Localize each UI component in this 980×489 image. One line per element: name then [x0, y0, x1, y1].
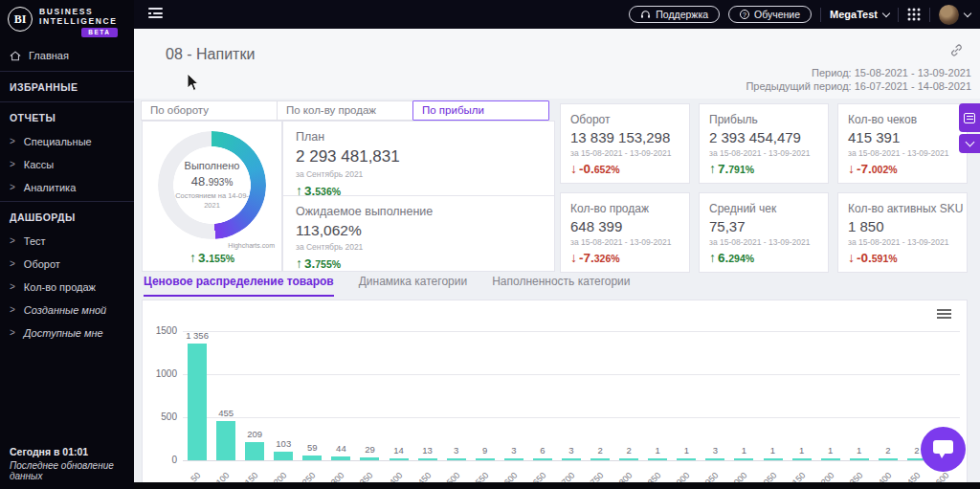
bar-400 - 450[interactable]	[418, 458, 437, 460]
account-menu[interactable]: MegaTest	[830, 9, 889, 20]
main-content: 08 - Напитки Период: 15-08-2021 - 13-09-…	[134, 29, 980, 489]
bar-650 - 700[interactable]	[562, 458, 581, 460]
plan-period: за Сентябрь 2021	[296, 169, 542, 179]
y-tick-0: 0	[145, 455, 177, 465]
gauge-percent: 48.993%	[191, 172, 234, 189]
chart-tab-1[interactable]: Динамика категории	[359, 275, 467, 297]
delta-int: -7.	[857, 162, 872, 176]
metric-tab-0[interactable]: По обороту	[141, 100, 278, 121]
delta-frac: 536%	[315, 186, 341, 197]
bar-1100 - 1150[interactable]	[792, 458, 812, 460]
arrow-down-icon: ↓	[570, 161, 577, 176]
sidebar-item-dashboard-0[interactable]: >Тест	[0, 230, 134, 253]
dashboard-filters-button[interactable]	[959, 103, 980, 132]
sidebar-item-dashboard-4[interactable]: >Доступные мне	[0, 322, 134, 345]
kpi-value: 75,37	[709, 218, 818, 234]
bar-450 - 500[interactable]	[447, 458, 466, 460]
mouse-cursor	[187, 73, 200, 92]
chart-context-menu-icon[interactable]	[937, 309, 951, 321]
apps-grid-icon[interactable]	[907, 8, 921, 21]
kpi-card-4: Средний чек75,37за 15-08-2021 - 13-09-20…	[699, 192, 829, 273]
chart-tab-0[interactable]: Ценовое распределение товаров	[144, 275, 334, 297]
sidebar-item-home[interactable]: Главная	[0, 41, 134, 69]
expand-panel-button[interactable]	[959, 134, 980, 153]
delta-int: -0.	[579, 162, 594, 176]
period-label: Период: 15-08-2021 - 13-09-2021	[812, 67, 971, 78]
plan-value: 2 293 481,831	[296, 147, 542, 167]
sidebar-section-dashboards: ДАШБОРДЫ	[0, 204, 134, 230]
sidebar-item-dashboard-3[interactable]: >Созданные мной	[0, 299, 134, 322]
gauge-percent-frac: 993%	[209, 177, 234, 188]
bar-chart-plot: 1 3560 - 5045550 - 100209100 - 150103150…	[183, 331, 960, 460]
bar-950 - 1000[interactable]	[734, 458, 753, 460]
topbar-divider	[929, 8, 930, 22]
metric-tab-2[interactable]: По прибыли	[412, 100, 549, 121]
bar-150 - 200[interactable]	[274, 452, 293, 460]
chart-tab-2[interactable]: Наполненность категории	[492, 275, 630, 297]
bar-800 - 850[interactable]	[648, 458, 667, 460]
plan-title: План	[296, 130, 542, 144]
sidebar-item-dashboard-2[interactable]: >Кол-во продаж	[0, 276, 134, 299]
sidebar-divider	[0, 71, 134, 72]
collapse-sidebar-icon[interactable]	[148, 8, 163, 20]
price-distribution-chart-card: 1 3560 - 5045550 - 100209100 - 150103150…	[142, 300, 968, 489]
sidebar-section-favorites: ИЗБРАННЫЕ	[0, 74, 134, 100]
bar-350 - 400[interactable]	[390, 458, 409, 460]
gauge-delta: ↑3.155%	[189, 249, 234, 265]
bar-750 - 800[interactable]	[619, 458, 638, 460]
sidebar-item-report-1[interactable]: >Кассы	[0, 153, 134, 176]
bar-900 - 950[interactable]	[705, 458, 724, 460]
expected-period: за Сентябрь 2021	[296, 242, 542, 252]
training-button[interactable]: ? Обучение	[728, 6, 812, 23]
kpi-grid: Оборот13 839 153,298за 15-08-2021 - 13-0…	[560, 103, 968, 273]
kpi-value: 2 393 454,479	[709, 129, 818, 145]
gridline-1500	[183, 331, 960, 332]
bar-250 - 300[interactable]	[331, 456, 350, 460]
bar-700 - 750[interactable]	[590, 458, 610, 460]
sidebar-divider	[0, 101, 134, 102]
chart-tabs: Ценовое распределение товаровДинамика ка…	[144, 275, 631, 297]
sidebar-item-report-2[interactable]: >Аналитика	[0, 176, 134, 199]
sidebar-section-reports: ОТЧЕТЫ	[0, 104, 134, 130]
expected-completion-card: Ожидаемое выполнение 113,062% за Сентябр…	[282, 195, 555, 272]
chevron-right-icon: >	[10, 160, 15, 169]
highcharts-credit[interactable]: Highcharts.com	[228, 242, 275, 249]
bar-1350 - 1400[interactable]	[879, 458, 898, 460]
bar-0 - 50[interactable]	[188, 344, 207, 460]
sidebar-item-report-0[interactable]: >Специальные	[0, 130, 134, 153]
support-label: Поддержка	[656, 9, 708, 20]
support-button[interactable]: Поддержка	[629, 6, 720, 23]
chat-bubble-tail	[939, 453, 946, 458]
bar-200 - 250[interactable]	[302, 456, 322, 460]
topbar-divider	[820, 8, 821, 22]
bar-50 - 100[interactable]	[216, 421, 235, 460]
bar-550 - 600[interactable]	[504, 458, 523, 460]
chat-widget-button[interactable]	[921, 427, 966, 472]
share-link-icon[interactable]	[949, 43, 964, 57]
y-tick-500: 500	[145, 411, 177, 422]
bar-850 - 900[interactable]	[677, 458, 696, 460]
kpi-value: 415 391	[848, 129, 957, 145]
sidebar-item-dashboard-1[interactable]: >Оборот	[0, 253, 134, 276]
kpi-period: за 15-08-2021 - 13-09-2021	[709, 237, 818, 247]
arrow-down-icon: ↓	[570, 250, 577, 265]
metric-tab-1[interactable]: По кол-ву продаж	[277, 100, 413, 121]
gridline-500	[183, 417, 960, 418]
sidebar-item-dashboard-label: Доступные мне	[24, 327, 103, 339]
user-avatar-menu[interactable]	[939, 5, 970, 25]
plan-card: План 2 293 481,831 за Сентябрь 2021 ↑3.5…	[282, 121, 555, 196]
gridline-1000	[183, 374, 960, 375]
filters-icon	[964, 113, 975, 123]
bar-600 - 650[interactable]	[533, 458, 552, 460]
chevron-right-icon: >	[10, 183, 15, 192]
kpi-delta: ↑6.294%	[709, 249, 754, 265]
bar-1300 - 1350[interactable]	[850, 458, 869, 460]
gauge-label: Выполнено	[185, 160, 240, 171]
sidebar: BI BUSINESS INTELLIGENCE BETA Главная ИЗ…	[0, 0, 134, 489]
kpi-title: Прибыль	[709, 113, 818, 126]
bar-1150 - 1200[interactable]	[821, 458, 840, 460]
bar-300 - 350[interactable]	[360, 457, 379, 460]
bar-1000 - 1050[interactable]	[764, 458, 783, 460]
bar-500 - 550[interactable]	[476, 458, 495, 460]
logo-bi-mark: BI	[8, 7, 33, 32]
